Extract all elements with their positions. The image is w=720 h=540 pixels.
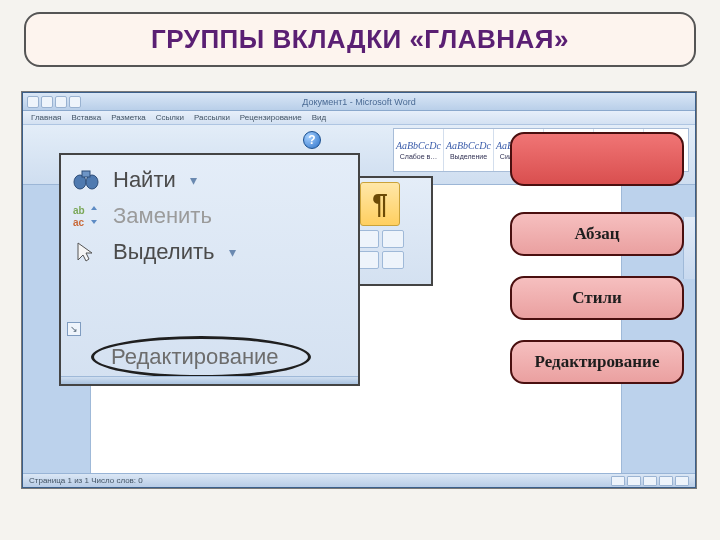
gallery-scrollbar[interactable] [683,217,695,279]
ribbon-tabs[interactable]: Главная Вставка Разметка Ссылки Рассылки… [23,111,695,125]
quick-access-toolbar[interactable] [27,96,81,108]
chevron-down-icon: ▾ [229,244,236,260]
chevron-down-icon: ▾ [190,172,197,188]
qat-btn[interactable] [69,96,81,108]
view-btn[interactable] [611,476,625,486]
cursor-icon [69,240,103,264]
pilcrow-icon: ¶ [372,188,388,220]
tab-mail[interactable]: Рассылки [194,113,230,122]
replace-button[interactable]: abac Заменить [67,201,352,231]
tab-review[interactable]: Рецензирование [240,113,302,122]
binoculars-icon [69,167,103,193]
view-btn[interactable] [675,476,689,486]
word-titlebar: Документ1 - Microsoft Word [23,93,695,111]
svg-rect-2 [82,171,90,177]
style-sample: АаВbСсDс [446,140,491,151]
pill-editing[interactable]: Редактирование [510,340,684,384]
style-label: Выделение [450,153,487,160]
status-left: Страница 1 из 1 Число слов: 0 [29,476,143,485]
replace-icon: abac [69,204,103,228]
tab-insert[interactable]: Вставка [71,113,101,122]
view-btn[interactable] [627,476,641,486]
editing-group-popup: Найти ▾ abac Заменить Выделить ▾ ↘ Редак… [59,153,360,386]
pill-paragraph[interactable]: Абзац [510,212,684,256]
para-mini-btn[interactable] [382,230,404,248]
svg-text:ac: ac [73,217,85,228]
view-btn[interactable] [643,476,657,486]
style-item[interactable]: АаВbСсDс Слабое в… [394,129,444,171]
tab-refs[interactable]: Ссылки [156,113,184,122]
style-label: Слабое в… [400,153,438,160]
find-button[interactable]: Найти ▾ [67,165,352,195]
para-mini-btn[interactable] [357,230,379,248]
document-title: Документ1 - Microsoft Word [302,97,415,107]
para-mini-btn[interactable] [382,251,404,269]
status-bar: Страница 1 из 1 Число слов: 0 [23,473,695,487]
view-btn[interactable] [659,476,673,486]
style-sample: АаВbСсDс [396,140,441,151]
pill-top-hidden [510,132,684,186]
svg-text:ab: ab [73,205,85,216]
help-icon[interactable]: ? [303,131,321,149]
replace-label: Заменить [113,203,212,229]
view-switcher[interactable] [611,476,689,486]
show-paragraph-marks-button[interactable]: ¶ [360,182,400,226]
tab-home[interactable]: Главная [31,113,61,122]
para-mini-btn[interactable] [357,251,379,269]
group-name-pills: Абзац Стили Редактирование [510,212,684,384]
pill-styles[interactable]: Стили [510,276,684,320]
qat-btn[interactable] [27,96,39,108]
tab-layout[interactable]: Разметка [111,113,146,122]
popup-bottom-edge [61,376,358,384]
tab-view[interactable]: Вид [312,113,326,122]
slide-title: ГРУППЫ ВКЛАДКИ «ГЛАВНАЯ» [24,12,696,67]
select-label: Выделить [113,239,215,265]
editing-group-label: Редактирование [111,344,279,370]
qat-btn[interactable] [55,96,67,108]
qat-btn[interactable] [41,96,53,108]
select-button[interactable]: Выделить ▾ [67,237,352,267]
find-label: Найти [113,167,176,193]
dialog-launcher-icon[interactable]: ↘ [67,322,81,336]
style-item[interactable]: АаВbСсDс Выделение [444,129,494,171]
